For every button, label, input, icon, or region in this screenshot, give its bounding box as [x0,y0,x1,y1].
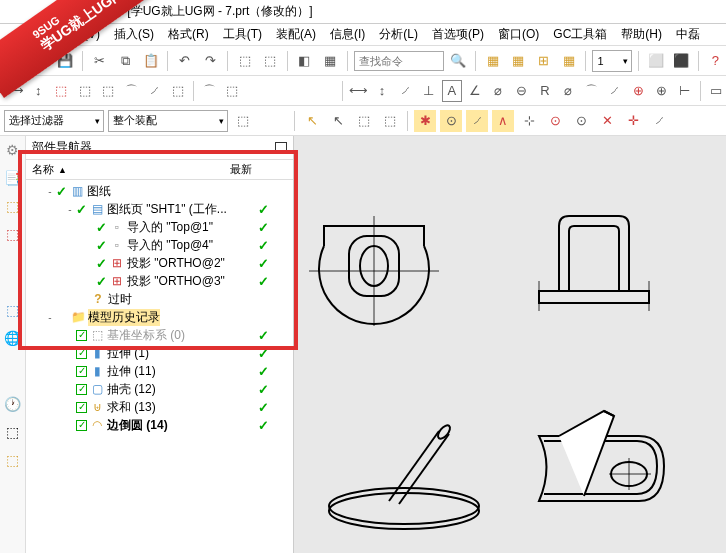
gdt-btn[interactable]: ▭ [706,80,726,102]
expand-icon[interactable] [64,366,76,377]
copy-button[interactable]: ⧉ [115,50,136,72]
redo-button[interactable]: ↷ [200,50,221,72]
expand-icon[interactable] [64,330,76,341]
dim-btn4[interactable]: ⬚ [75,80,95,102]
snap-near[interactable]: ✕ [596,110,618,132]
sidebar-tab3[interactable]: ⬚ [3,300,23,320]
tool-btn4[interactable]: ▦ [319,50,340,72]
cut-button[interactable]: ✂ [89,50,110,72]
dim-h[interactable]: ⟷ [348,80,369,102]
menu-insert[interactable]: 插入(S) [114,26,154,43]
sel-rect1[interactable]: ⬚ [353,110,375,132]
expand-icon[interactable]: - [44,186,56,197]
sidebar-web-icon[interactable]: 🌐 [3,328,23,348]
tree-row[interactable]: -📁模型历史记录 [26,308,293,326]
snap-tan[interactable]: ⊙ [544,110,566,132]
tree-row[interactable]: ✓▢抽壳 (12)✓ [26,380,293,398]
dim-btn8[interactable]: ⬚ [168,80,188,102]
tool-btn1[interactable]: ⬚ [234,50,255,72]
expand-icon[interactable] [64,420,76,431]
expand-icon[interactable]: - [44,312,56,323]
expand-icon[interactable] [64,384,76,395]
menu-gctoolbox[interactable]: GC工具箱 [553,26,607,43]
column-header[interactable]: 名称 ▲ 最新 [26,160,293,180]
dim-btn5[interactable]: ⬚ [98,80,118,102]
sel-cursor[interactable]: ↖ [301,110,323,132]
undo-button[interactable]: ↶ [174,50,195,72]
sidebar-tab1[interactable]: ⬚ [3,196,23,216]
dim-d[interactable]: ⌀ [558,80,578,102]
tree-row[interactable]: ?过时 [26,290,293,308]
tool-btn3[interactable]: ◧ [294,50,315,72]
tree-row[interactable]: ✓▫导入的 "Top@1"✓ [26,218,293,236]
menu-zhonglei[interactable]: 中磊 [676,26,700,43]
snap-perp[interactable]: ⊙ [570,110,592,132]
dim-center2[interactable]: ⊕ [651,80,671,102]
sidebar-nav-icon[interactable]: 📑 [3,168,23,188]
dim-ord[interactable]: ⊢ [674,80,694,102]
tree-row[interactable]: ✓⊞投影 "ORTHO@2"✓ [26,254,293,272]
view-btn3[interactable]: ⊞ [533,50,554,72]
tree-row[interactable]: ✓◠边倒圆 (14)✓ [26,416,293,434]
tree-row[interactable]: ✓▮拉伸 (1)✓ [26,344,293,362]
drawing-canvas[interactable] [294,136,726,553]
dim-btn10[interactable]: ⬚ [222,80,242,102]
snap-ctr[interactable]: ⟋ [466,110,488,132]
menu-analysis[interactable]: 分析(L) [379,26,418,43]
expand-icon[interactable] [64,402,76,413]
filter-combo[interactable]: 选择过滤器 [4,110,104,132]
nav-tree[interactable]: -✓▥图纸-✓▤图纸页 "SHT1" (工作...✓ ✓▫导入的 "Top@1"… [26,180,293,553]
dim-arc[interactable]: ⌒ [581,80,601,102]
menu-preferences[interactable]: 首选项(P) [432,26,484,43]
dim-ang[interactable]: ∠ [465,80,485,102]
expand-icon[interactable] [84,240,96,251]
search-go[interactable]: 🔍 [448,50,469,72]
snap-last[interactable]: ⟋ [648,110,670,132]
expand-icon[interactable] [64,294,76,305]
view-btn4[interactable]: ▦ [558,50,579,72]
dim-par[interactable]: ⟋ [395,80,415,102]
dim-r[interactable]: R [535,80,555,102]
tree-row[interactable]: -✓▤图纸页 "SHT1" (工作...✓ [26,200,293,218]
expand-icon[interactable] [64,348,76,359]
dim-hole[interactable]: ⊖ [511,80,531,102]
command-search[interactable] [354,51,444,71]
view-btn2[interactable]: ▦ [507,50,528,72]
tree-row[interactable]: ✓▮拉伸 (11)✓ [26,362,293,380]
snap-quad[interactable]: ⊹ [518,110,540,132]
sidebar-settings-icon[interactable]: ⚙ [3,140,23,160]
tree-row[interactable]: ✓⬚基准坐标系 (0)✓ [26,326,293,344]
checkbox-icon[interactable]: ✓ [76,420,87,431]
tree-row[interactable]: ✓▫导入的 "Top@4"✓ [26,236,293,254]
dim-btn2[interactable]: ↕ [28,80,48,102]
sidebar-tab2[interactable]: ⬚ [3,224,23,244]
sidebar-tab4[interactable]: ⬚ [3,422,23,442]
menu-help[interactable]: 帮助(H) [621,26,662,43]
tree-row[interactable]: ✓⊎求和 (13)✓ [26,398,293,416]
tree-row[interactable]: ✓⊞投影 "ORTHO@3"✓ [26,272,293,290]
dim-chamf[interactable]: ⟋ [605,80,625,102]
checkbox-icon[interactable]: ✓ [76,384,87,395]
snap-int[interactable]: ∧ [492,110,514,132]
text-A[interactable]: A [442,80,462,102]
view-btn1[interactable]: ▦ [482,50,503,72]
box-btn1[interactable]: ⬜ [645,50,666,72]
number-combo[interactable]: 1 [592,50,631,72]
menu-format[interactable]: 格式(R) [168,26,209,43]
assembly-combo[interactable]: 整个装配 [108,110,228,132]
sel-rect2[interactable]: ⬚ [379,110,401,132]
menu-assembly[interactable]: 装配(A) [276,26,316,43]
checkbox-icon[interactable]: ✓ [76,402,87,413]
sidebar-tab5[interactable]: ⬚ [3,450,23,470]
sidebar-history-icon[interactable]: 🕐 [3,394,23,414]
dim-center[interactable]: ⊕ [628,80,648,102]
dim-cyl[interactable]: ⌀ [488,80,508,102]
menu-window[interactable]: 窗口(O) [498,26,539,43]
dim-v[interactable]: ↕ [372,80,392,102]
snap-end[interactable]: ✱ [414,110,436,132]
dim-btn9[interactable]: ⌒ [199,80,219,102]
pin-icon[interactable] [275,142,287,154]
dim-btn3[interactable]: ⬚ [51,80,71,102]
menu-tools[interactable]: 工具(T) [223,26,262,43]
expand-icon[interactable] [84,222,96,233]
